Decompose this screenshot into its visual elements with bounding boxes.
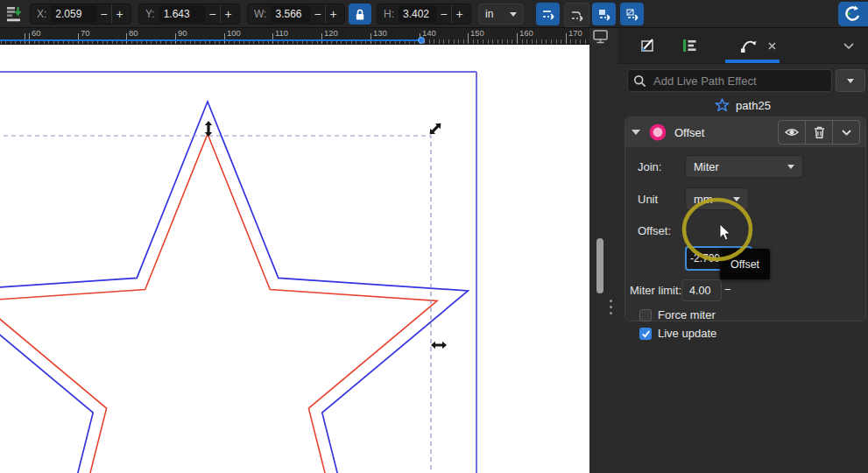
effect-unit-dropdown[interactable]: mm [685, 187, 749, 210]
scale-stroke-icon [540, 6, 556, 22]
chevron-down-icon [843, 42, 855, 50]
width-label: W: [254, 8, 266, 20]
selection-bbox[interactable] [0, 136, 431, 473]
height-field-group: H: 3.402 − + [377, 4, 471, 25]
lpe-search-box[interactable] [627, 69, 832, 92]
ruler-label: 100 [227, 28, 241, 38]
path-effects-icon [739, 37, 759, 54]
tab-objects[interactable] [679, 36, 700, 55]
height-input[interactable]: 3.402 [399, 5, 436, 23]
lower-to-bottom-button[interactable] [2, 3, 25, 25]
canvas-drawing [0, 44, 589, 473]
resize-diagonal-handle-icon[interactable] [427, 121, 444, 138]
eye-icon [784, 126, 800, 138]
snap-icon [844, 5, 862, 23]
lpe-gallery-dropdown-button[interactable] [836, 69, 865, 92]
y-field-group: Y: 1.643 − + [138, 4, 240, 25]
width-increment-button[interactable]: + [325, 4, 341, 24]
objects-icon [681, 37, 698, 54]
move-gradients-icon [596, 6, 612, 22]
move-patterns-toggle[interactable] [620, 3, 644, 25]
ruler-label: 90 [178, 28, 187, 38]
chevron-down-icon [733, 197, 740, 201]
selection-handles [205, 121, 447, 349]
toggle-visibility-button[interactable] [779, 121, 805, 144]
height-increment-button[interactable]: + [451, 4, 467, 24]
checkmark-icon [641, 329, 651, 338]
x-label: X: [37, 8, 46, 20]
ruler-label: 150 [470, 28, 484, 38]
y-input[interactable]: 1.643 [159, 5, 205, 23]
offset-effect-card: Offset [625, 116, 866, 321]
trash-icon [813, 125, 826, 139]
x-decrement-button[interactable]: − [96, 4, 111, 24]
canvas[interactable] [0, 44, 589, 473]
join-value: Miter [694, 160, 719, 173]
move-patterns-icon [625, 6, 640, 22]
ruler-label: 160 [519, 28, 533, 38]
tooltip: Offset [720, 249, 770, 279]
y-increment-button[interactable]: + [220, 4, 236, 24]
chevron-down-icon [847, 79, 854, 83]
offset-effect-header[interactable]: Offset [625, 117, 865, 147]
ruler-label: 170 [568, 28, 582, 38]
panel-resize-grip[interactable] [610, 300, 612, 314]
inkscape-window: X: 2.059 − + Y: 1.643 − + W: 3.566 − + [0, 0, 868, 473]
effect-title: Offset [674, 126, 771, 139]
effect-menu-button[interactable] [832, 121, 859, 144]
resize-vertical-handle-icon[interactable] [205, 121, 212, 137]
miter-limit-spinbox[interactable]: 4.00 [681, 279, 722, 301]
height-decrement-button[interactable]: − [436, 4, 451, 24]
active-tab-indicator [725, 60, 780, 63]
ruler-label: 130 [373, 28, 387, 38]
live-update-checkbox[interactable] [639, 328, 652, 340]
unit-value: in [485, 8, 493, 20]
dock-tabbar [617, 27, 868, 64]
chevron-down-icon [510, 12, 517, 17]
scale-stroke-toggle[interactable] [536, 3, 560, 25]
live-update-row: Live update [639, 327, 716, 340]
join-dropdown[interactable]: Miter [685, 155, 803, 178]
search-icon [633, 74, 646, 88]
ruler-label: 120 [324, 28, 338, 38]
join-label: Join: [638, 160, 661, 173]
vertical-scrollbar-thumb[interactable] [596, 238, 603, 293]
miter-limit-decrement-button[interactable]: − [724, 283, 731, 296]
close-tab-button[interactable] [765, 36, 779, 55]
close-icon [767, 41, 777, 51]
unit-dropdown[interactable]: in [478, 4, 524, 25]
width-input[interactable]: 3.566 [271, 5, 310, 23]
unit-label: Unit [638, 193, 658, 206]
width-decrement-button[interactable]: − [310, 4, 325, 24]
x-increment-button[interactable]: + [111, 4, 127, 24]
snap-toggle-button[interactable] [838, 2, 868, 26]
resize-horizontal-handle-icon[interactable] [431, 342, 447, 349]
monitor-icon[interactable] [592, 29, 610, 45]
y-decrement-button[interactable]: − [205, 4, 220, 24]
tool-controls-bar: X: 2.059 − + Y: 1.643 − + W: 3.566 − + [0, 0, 868, 28]
tab-fill-and-stroke[interactable] [637, 36, 658, 55]
move-gradients-toggle[interactable] [592, 3, 616, 25]
height-label: H: [384, 8, 394, 20]
live-update-label: Live update [658, 327, 716, 340]
tab-path-effects-active[interactable] [738, 36, 759, 55]
y-label: Y: [145, 8, 155, 20]
ruler-extent-marker [418, 37, 425, 44]
expander-triangle-icon[interactable] [631, 129, 641, 136]
scale-corners-toggle[interactable] [564, 3, 589, 27]
lock-ratio-button[interactable] [349, 4, 371, 25]
miter-limit-value: 4.00 [689, 285, 710, 297]
x-input[interactable]: 2.059 [51, 5, 96, 23]
dock-menu-button[interactable] [838, 36, 859, 55]
delete-effect-button[interactable] [805, 121, 832, 144]
search-input[interactable] [652, 74, 826, 88]
offset-star-path[interactable] [0, 134, 437, 473]
force-miter-checkbox[interactable] [639, 309, 652, 321]
path-name: path25 [736, 99, 771, 112]
tooltip-text: Offset [730, 258, 759, 271]
horizontal-ruler[interactable]: 60 70 80 90 100 110 120 130 140 150 160 … [0, 27, 589, 45]
ruler-selection-extent [0, 39, 421, 41]
ruler-label: 140 [422, 28, 436, 38]
offset-label: Offset: [638, 224, 671, 237]
original-star-path[interactable] [0, 102, 468, 473]
